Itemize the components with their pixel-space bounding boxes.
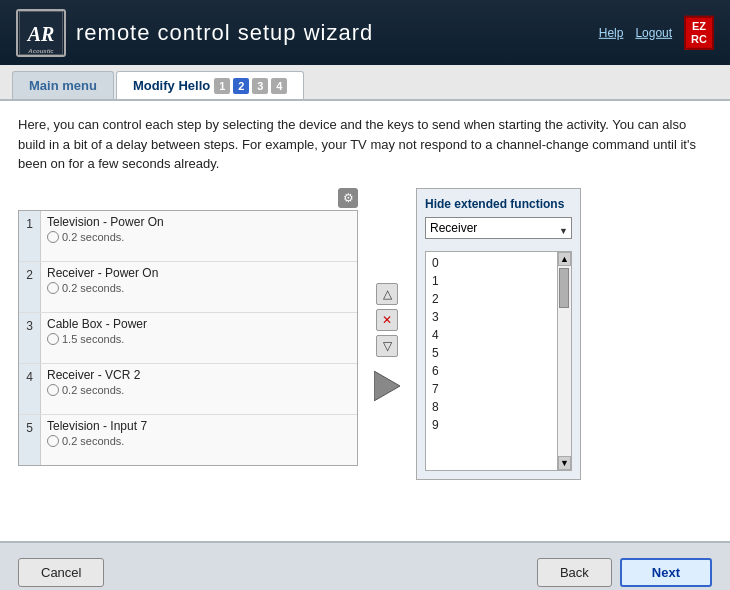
table-row: 3 Cable Box - Power 1.5 seconds. [19,313,357,364]
move-down-button[interactable]: ▽ [376,335,398,357]
step-badges: 1 2 3 4 [214,78,287,94]
step-badge-2: 2 [233,78,249,94]
clock-icon [47,435,59,447]
list-item[interactable]: 4 [430,326,553,344]
tab-modify-hello[interactable]: Modify Hello 1 2 3 4 [116,71,304,99]
table-row: 4 Receiver - VCR 2 0.2 seconds. [19,364,357,415]
step-details[interactable]: Television - Input 7 0.2 seconds. [41,415,357,465]
delete-button[interactable]: ✕ [376,309,398,331]
table-row: 1 Television - Power On 0.2 seconds. [19,211,357,262]
ezrc-badge: EZ RC [684,15,714,49]
step-badge-1: 1 [214,78,230,94]
step-badge-3: 3 [252,78,268,94]
table-row: 2 Receiver - Power On 0.2 seconds. [19,262,357,313]
gear-button[interactable]: ⚙ [338,188,358,208]
device-select[interactable]: Television Receiver Cable Box [425,217,572,239]
step-delay: 0.2 seconds. [47,282,351,294]
scroll-thumb[interactable] [559,268,569,308]
steps-list-header: ⚙ [18,188,358,208]
next-button[interactable]: Next [620,558,712,587]
header-title: remote control setup wizard [76,20,373,46]
logo-area: AR Acoustic remote control setup wizard [16,9,373,57]
keys-scrollbar: ▲ ▼ [557,252,571,470]
scroll-track [558,266,571,456]
keys-list-container: 0 1 2 3 4 5 6 7 8 9 ▲ ▼ [425,251,572,471]
svg-marker-3 [374,371,400,401]
steps-list: 1 Television - Power On 0.2 seconds. 2 R… [18,210,358,466]
step-delay: 1.5 seconds. [47,333,351,345]
list-item[interactable]: 8 [430,398,553,416]
list-item[interactable]: 1 [430,272,553,290]
scroll-down-button[interactable]: ▼ [558,456,571,470]
step-device: Television - Input 7 [47,419,351,433]
list-item[interactable]: 2 [430,290,553,308]
step-details[interactable]: Receiver - Power On 0.2 seconds. [41,262,357,312]
list-item[interactable]: 0 [430,254,553,272]
steps-area: ⚙ 1 Television - Power On 0.2 seconds. [18,188,712,480]
clock-icon [47,384,59,396]
keys-list: 0 1 2 3 4 5 6 7 8 9 [426,252,557,470]
step-controls: △ ✕ ▽ [374,188,400,480]
move-up-button[interactable]: △ [376,283,398,305]
step-number: 2 [19,262,41,312]
header-right: Help Logout EZ RC [599,15,714,49]
list-item[interactable]: 7 [430,380,553,398]
step-delay: 0.2 seconds. [47,435,351,447]
steps-list-container: ⚙ 1 Television - Power On 0.2 seconds. [18,188,358,480]
extended-title[interactable]: Hide extended functions [425,197,572,211]
header: AR Acoustic remote control setup wizard … [0,0,730,65]
step-number: 4 [19,364,41,414]
device-select-wrapper: Television Receiver Cable Box [425,217,572,245]
list-item[interactable]: 3 [430,308,553,326]
step-number: 3 [19,313,41,363]
step-delay: 0.2 seconds. [47,231,351,243]
step-badge-4: 4 [271,78,287,94]
main-content: Here, you can control each step by selec… [0,101,730,541]
svg-text:AR: AR [26,23,55,45]
bottom-bar: Cancel Back Next [0,541,730,590]
scroll-up-button[interactable]: ▲ [558,252,571,266]
step-device: Television - Power On [47,215,351,229]
step-delay: 0.2 seconds. [47,384,351,396]
list-item[interactable]: 9 [430,416,553,434]
clock-icon [47,231,59,243]
svg-text:Acoustic: Acoustic [27,48,54,54]
logout-link[interactable]: Logout [635,26,672,40]
ar-logo: AR Acoustic [16,9,66,57]
step-device: Receiver - Power On [47,266,351,280]
nav-buttons: Back Next [537,558,712,587]
step-device: Receiver - VCR 2 [47,368,351,382]
step-details[interactable]: Cable Box - Power 1.5 seconds. [41,313,357,363]
list-item[interactable]: 5 [430,344,553,362]
help-link[interactable]: Help [599,26,624,40]
list-item[interactable]: 6 [430,362,553,380]
step-number: 5 [19,415,41,465]
table-row: 5 Television - Input 7 0.2 seconds. [19,415,357,465]
clock-icon [47,282,59,294]
step-details[interactable]: Receiver - VCR 2 0.2 seconds. [41,364,357,414]
step-details[interactable]: Television - Power On 0.2 seconds. [41,211,357,261]
description-text: Here, you can control each step by selec… [18,115,712,174]
nav-bar: Main menu Modify Hello 1 2 3 4 [0,65,730,101]
back-button[interactable]: Back [537,558,612,587]
step-device: Cable Box - Power [47,317,351,331]
clock-icon [47,333,59,345]
extended-panel: Hide extended functions Television Recei… [416,188,581,480]
step-number: 1 [19,211,41,261]
tab-main-menu[interactable]: Main menu [12,71,114,99]
play-button[interactable] [374,371,400,404]
cancel-button[interactable]: Cancel [18,558,104,587]
